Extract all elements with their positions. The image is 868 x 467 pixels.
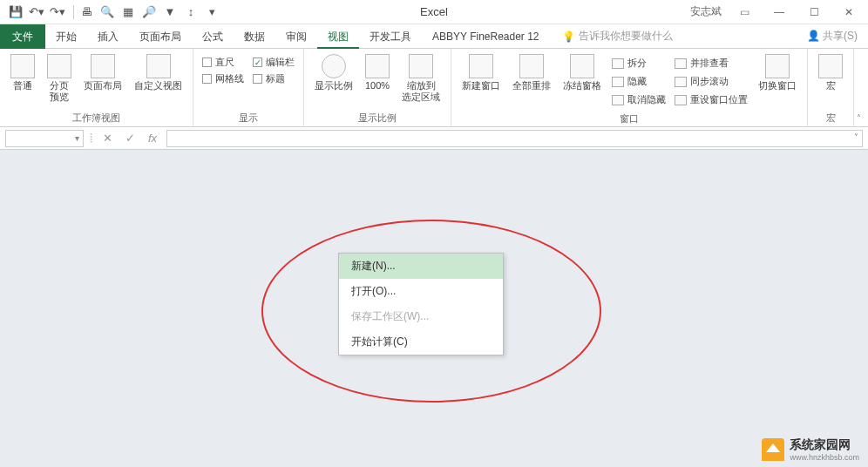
- hide-button[interactable]: 隐藏: [612, 74, 666, 89]
- tab-abbyy[interactable]: ABBYY FineReader 12: [422, 24, 550, 49]
- group-macros: 宏 宏: [808, 49, 854, 126]
- formula-bar: ▾ ⁞ ✕ ✓ fx ˅: [0, 127, 868, 150]
- app-title: Excel: [420, 5, 448, 18]
- tab-data[interactable]: 数据: [234, 24, 275, 49]
- cancel-formula-button[interactable]: ✕: [98, 130, 116, 147]
- tell-me-search[interactable]: 💡 告诉我你想要做什么: [562, 29, 673, 44]
- tab-formulas[interactable]: 公式: [192, 24, 234, 49]
- sync-scroll-button[interactable]: 同步滚动: [675, 74, 748, 89]
- split-icon: [612, 58, 624, 69]
- zoom-100-icon: [365, 54, 390, 78]
- reset-position-button[interactable]: 重设窗口位置: [675, 92, 748, 107]
- custom-views-button[interactable]: 自定义视图: [131, 52, 186, 93]
- sort-icon[interactable]: ↕: [182, 3, 200, 21]
- new-window-icon: [469, 54, 493, 78]
- bulb-icon: 💡: [562, 30, 575, 43]
- split-button[interactable]: 拆分: [612, 56, 666, 71]
- macros-button[interactable]: 宏: [815, 52, 846, 93]
- save-icon[interactable]: 💾: [7, 3, 24, 21]
- switch-windows-button[interactable]: 切换窗口: [755, 52, 800, 93]
- separator: ⁞: [89, 130, 93, 146]
- group-label: 显示: [200, 110, 296, 125]
- tab-page-layout[interactable]: 页面布局: [129, 24, 192, 49]
- new-window-button[interactable]: 新建窗口: [458, 52, 504, 93]
- tab-insert[interactable]: 插入: [87, 24, 129, 49]
- page-setup-icon[interactable]: ▦: [119, 3, 137, 21]
- undo-icon[interactable]: ↶▾: [28, 3, 45, 21]
- normal-view-button[interactable]: 普通: [7, 52, 38, 93]
- tab-review[interactable]: 审阅: [275, 24, 317, 49]
- tell-me-placeholder: 告诉我你想要做什么: [579, 29, 673, 44]
- print-icon[interactable]: 🖶: [78, 3, 95, 21]
- group-label: 工作簿视图: [7, 110, 186, 125]
- ribbon-options-icon[interactable]: ▭: [732, 3, 756, 21]
- freeze-panes-icon: [570, 54, 594, 78]
- menu-item-calculate[interactable]: 开始计算(C): [339, 329, 503, 355]
- menu-item-new[interactable]: 新建(N)...: [339, 254, 503, 279]
- zoom-selection-icon: [409, 54, 433, 78]
- user-name[interactable]: 安志斌: [690, 4, 722, 19]
- menu-item-open[interactable]: 打开(O)...: [339, 279, 503, 304]
- side-by-side-icon: [675, 58, 687, 69]
- minimize-button[interactable]: —: [767, 3, 791, 21]
- tab-home[interactable]: 开始: [45, 24, 87, 49]
- qat-more-icon[interactable]: ▾: [203, 3, 220, 21]
- close-button[interactable]: ✕: [837, 3, 861, 21]
- expand-formula-bar-icon[interactable]: ˅: [854, 132, 858, 142]
- print-preview-icon[interactable]: 🔍: [98, 3, 116, 21]
- maximize-button[interactable]: ☐: [802, 3, 826, 21]
- tab-developer[interactable]: 开发工具: [359, 24, 422, 49]
- group-label: 显示比例: [311, 110, 444, 125]
- ribbon: 普通 分页 预览 页面布局 自定义视图 工作簿视图 直尺 网格线: [0, 49, 868, 127]
- unhide-icon: [612, 95, 624, 105]
- zoom-selection-button[interactable]: 缩放到 选定区域: [398, 52, 444, 105]
- share-button[interactable]: 👤 共享(S): [807, 29, 858, 44]
- share-icon: 👤: [807, 30, 820, 42]
- separator: [73, 5, 74, 19]
- name-box[interactable]: ▾: [5, 130, 84, 147]
- page-layout-view-button[interactable]: 页面布局: [80, 52, 125, 93]
- custom-views-icon: [146, 54, 171, 78]
- group-window: 新建窗口 全部重排 冻结窗格 拆分 隐藏 取消隐藏 并排查看 同步滚动 重设窗口…: [451, 49, 808, 126]
- title-bar-right: 安志斌 ▭ — ☐ ✕: [690, 3, 861, 21]
- worksheet-area[interactable]: 新建(N)... 打开(O)... 保存工作区(W)... 开始计算(C) 系统…: [0, 150, 868, 467]
- page-layout-icon: [91, 54, 115, 78]
- context-menu: 新建(N)... 打开(O)... 保存工作区(W)... 开始计算(C): [338, 253, 504, 355]
- chevron-down-icon: ▾: [75, 133, 79, 143]
- group-label: 窗口: [458, 111, 800, 125]
- zoom-100-button[interactable]: 100%: [362, 52, 393, 93]
- quick-access-toolbar: 💾 ↶▾ ↷▾ 🖶 🔍 ▦ 🔎 ▼ ↕ ▾ Excel 安志斌 ▭ — ☐ ✕: [0, 0, 868, 24]
- formula-bar-checkbox[interactable]: ✓编辑栏: [253, 56, 295, 69]
- find-icon[interactable]: 🔎: [140, 3, 158, 21]
- group-zoom: 显示比例 100% 缩放到 选定区域 显示比例: [304, 49, 451, 126]
- ribbon-tabs: 文件 开始 插入 页面布局 公式 数据 审阅 视图 开发工具 ABBYY Fin…: [0, 24, 868, 49]
- freeze-panes-button[interactable]: 冻结窗格: [559, 52, 605, 93]
- normal-view-icon: [10, 54, 35, 78]
- page-break-icon: [47, 54, 71, 78]
- house-icon: [762, 438, 784, 461]
- ruler-checkbox[interactable]: 直尺: [202, 56, 244, 69]
- unhide-button[interactable]: 取消隐藏: [612, 92, 666, 107]
- zoom-icon: [322, 54, 346, 78]
- group-show: 直尺 网格线 ✓编辑栏 标题 显示: [193, 49, 304, 126]
- insert-function-button[interactable]: fx: [144, 130, 161, 147]
- reset-position-icon: [675, 95, 687, 105]
- tab-file[interactable]: 文件: [0, 24, 45, 49]
- side-by-side-button[interactable]: 并排查看: [675, 56, 748, 71]
- watermark: 系统家园网 www.hnzkhbsb.com: [762, 437, 859, 462]
- sync-scroll-icon: [675, 77, 687, 87]
- enter-formula-button[interactable]: ✓: [121, 130, 139, 147]
- hide-icon: [612, 77, 624, 87]
- headings-checkbox[interactable]: 标题: [253, 72, 295, 85]
- tab-view[interactable]: 视图: [317, 24, 359, 49]
- collapse-ribbon-icon[interactable]: ˄: [857, 113, 861, 123]
- group-workbook-views: 普通 分页 预览 页面布局 自定义视图 工作簿视图: [0, 49, 193, 126]
- arrange-all-button[interactable]: 全部重排: [509, 52, 554, 93]
- redo-icon[interactable]: ↷▾: [49, 3, 66, 21]
- zoom-button[interactable]: 显示比例: [311, 52, 356, 93]
- menu-item-save-workspace: 保存工作区(W)...: [339, 304, 503, 329]
- gridlines-checkbox[interactable]: 网格线: [202, 72, 244, 85]
- filter-icon[interactable]: ▼: [161, 3, 179, 21]
- page-break-preview-button[interactable]: 分页 预览: [44, 52, 75, 105]
- formula-input[interactable]: ˅: [166, 130, 863, 147]
